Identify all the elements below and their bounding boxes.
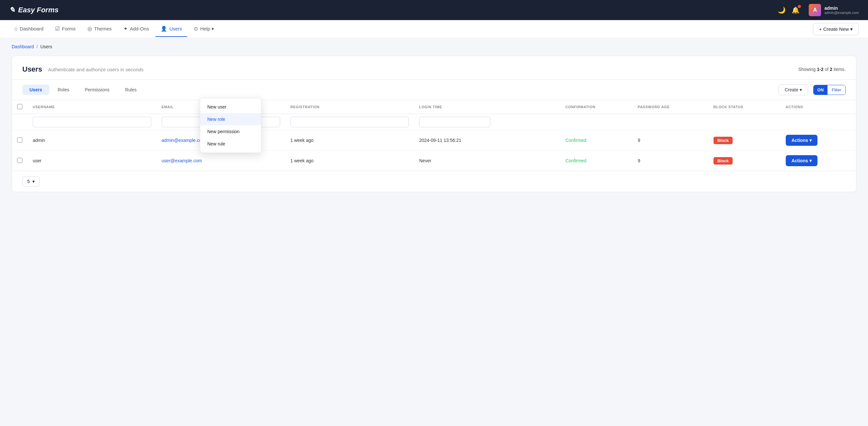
filter-row xyxy=(12,114,856,130)
addons-icon: ✦ xyxy=(123,26,128,32)
td-block-admin: Block xyxy=(708,130,780,151)
avatar: A xyxy=(809,4,821,16)
app-name: Easy Forms xyxy=(18,6,59,14)
filter-label[interactable]: Filter xyxy=(828,85,845,95)
users-table-wrap: USERNAME EMAIL REGISTRATION LOGIN TIME C… xyxy=(12,100,856,171)
table-row: admin admin@example.com 1 week ago 2024-… xyxy=(12,130,856,151)
dashboard-icon: ⌂ xyxy=(14,26,18,32)
nav-users-label: Users xyxy=(169,26,182,31)
col-confirmation: CONFIRMATION xyxy=(560,100,632,114)
user-info: admin admin@example.com xyxy=(824,5,859,14)
app-logo[interactable]: ✎ Easy Forms xyxy=(9,6,59,14)
help-icon: ⊙ xyxy=(194,26,198,32)
dark-mode-toggle[interactable]: 🌙 xyxy=(778,6,786,14)
main-nav: ⌂ Dashboard ☑ Forms ◎ Themes ✦ Add-Ons 👤… xyxy=(0,20,868,38)
col-username: USERNAME xyxy=(28,100,156,114)
create-new-button[interactable]: + Create New ▾ xyxy=(813,23,859,35)
card-title: Users xyxy=(22,65,42,73)
row-checkbox-admin[interactable] xyxy=(17,138,22,143)
topbar-icons: 🌙 🔔 A admin admin@example.com xyxy=(778,4,859,16)
showing-range: 1-2 xyxy=(817,67,823,72)
nav-themes-label: Themes xyxy=(94,26,112,31)
dropdown-new-rule[interactable]: New rule xyxy=(200,138,261,150)
tab-roles[interactable]: Roles xyxy=(51,85,76,95)
col-check xyxy=(12,100,28,114)
filter-username[interactable] xyxy=(33,117,151,127)
td-email-user: user@example.com xyxy=(156,151,285,171)
block-badge-user[interactable]: Block xyxy=(714,157,733,164)
col-registration: REGISTRATION xyxy=(285,100,414,114)
td-username-admin: admin xyxy=(28,130,156,151)
per-page-value: 5 xyxy=(27,179,30,184)
create-dropdown-label: Create ▾ xyxy=(785,87,802,92)
nav-themes[interactable]: ◎ Themes xyxy=(82,21,117,37)
nav-addons-label: Add-Ons xyxy=(130,26,149,31)
nav-users[interactable]: 👤 Users xyxy=(155,21,187,37)
actions-button-admin[interactable]: Actions ▾ xyxy=(786,135,817,146)
email-link-user[interactable]: user@example.com xyxy=(162,158,202,163)
topbar: ✎ Easy Forms 🌙 🔔 A admin admin@example.c… xyxy=(0,0,868,20)
per-page-dropdown[interactable]: 5 ▾ xyxy=(22,176,39,187)
themes-icon: ◎ xyxy=(88,26,92,32)
td-login-admin: 2024-09-11 13:56:21 xyxy=(414,130,560,151)
dropdown-new-permission[interactable]: New permission xyxy=(200,125,261,138)
nav-help[interactable]: ⊙ Help ▾ xyxy=(188,21,219,37)
block-badge-admin[interactable]: Block xyxy=(714,137,733,144)
users-icon: 👤 xyxy=(161,26,167,32)
actions-button-user[interactable]: Actions ▾ xyxy=(786,155,817,166)
tab-permissions[interactable]: Permissions xyxy=(78,85,117,95)
notifications-bell[interactable]: 🔔 xyxy=(792,6,800,14)
filter-registration[interactable] xyxy=(290,117,409,127)
td-username-user: user xyxy=(28,151,156,171)
breadcrumb-separator: / xyxy=(37,44,38,49)
main-content: Users Authenticate and authorize users i… xyxy=(0,53,868,204)
logo-icon: ✎ xyxy=(9,6,15,14)
tab-users[interactable]: Users xyxy=(22,85,49,95)
card-footer: 5 ▾ xyxy=(12,171,856,192)
td-login-user: Never xyxy=(414,151,560,171)
td-actions-admin: Actions ▾ xyxy=(780,130,856,151)
col-login-time: LOGIN TIME xyxy=(414,100,560,114)
td-actions-user: Actions ▾ xyxy=(780,151,856,171)
card-header: Users Authenticate and authorize users i… xyxy=(12,56,856,80)
td-confirmation-admin: Confirmed xyxy=(560,130,632,151)
col-actions: ACTIONS xyxy=(780,100,856,114)
tab-rules[interactable]: Rules xyxy=(118,85,144,95)
col-block-status: BLOCK STATUS xyxy=(708,100,780,114)
nav-addons[interactable]: ✦ Add-Ons xyxy=(118,21,154,37)
nav-help-label: Help ▾ xyxy=(200,26,214,32)
breadcrumb: Dashboard / Users xyxy=(0,38,868,53)
nav-dashboard-label: Dashboard xyxy=(20,26,43,31)
user-name: admin xyxy=(824,5,859,11)
nav-forms[interactable]: ☑ Forms xyxy=(50,21,81,37)
user-menu[interactable]: A admin admin@example.com xyxy=(809,4,859,16)
td-confirmation-user: Confirmed xyxy=(560,151,632,171)
create-dropdown-button[interactable]: Create ▾ xyxy=(779,84,808,95)
select-all-checkbox[interactable] xyxy=(17,104,22,109)
notification-badge xyxy=(798,5,801,8)
nav-forms-label: Forms xyxy=(62,26,76,31)
moon-icon: 🌙 xyxy=(778,6,786,13)
tabs-row: Users Roles Permissions Rules Create ▾ O… xyxy=(12,80,856,100)
chevron-down-icon: ▾ xyxy=(32,179,35,184)
nav-dashboard[interactable]: ⌂ Dashboard xyxy=(9,21,49,37)
dropdown-new-role[interactable]: New role xyxy=(200,113,261,125)
td-registration-user: 1 week ago xyxy=(285,151,414,171)
nav-items: ⌂ Dashboard ☑ Forms ◎ Themes ✦ Add-Ons 👤… xyxy=(9,21,813,37)
forms-icon: ☑ xyxy=(55,26,60,32)
filter-on-label: ON xyxy=(814,85,828,95)
col-password-age: PASSWORD AGE xyxy=(632,100,708,114)
per-page-select: 5 ▾ xyxy=(22,176,39,187)
row-checkbox-user[interactable] xyxy=(17,158,22,163)
td-block-user: Block xyxy=(708,151,780,171)
breadcrumb-dashboard[interactable]: Dashboard xyxy=(12,44,34,49)
email-link-admin[interactable]: admin@example.com xyxy=(162,138,206,143)
create-new-label: + Create New ▾ xyxy=(819,26,853,32)
users-card: Users Authenticate and authorize users i… xyxy=(12,56,856,192)
filter-toggle: ON Filter xyxy=(813,85,846,95)
create-dropdown-menu: New user New role New permission New rul… xyxy=(200,98,261,153)
showing-count: 2 xyxy=(830,67,832,72)
showing-text: Showing 1-2 of 2 items. xyxy=(798,67,846,72)
dropdown-new-user[interactable]: New user xyxy=(200,101,261,113)
filter-login-time[interactable] xyxy=(419,117,490,127)
